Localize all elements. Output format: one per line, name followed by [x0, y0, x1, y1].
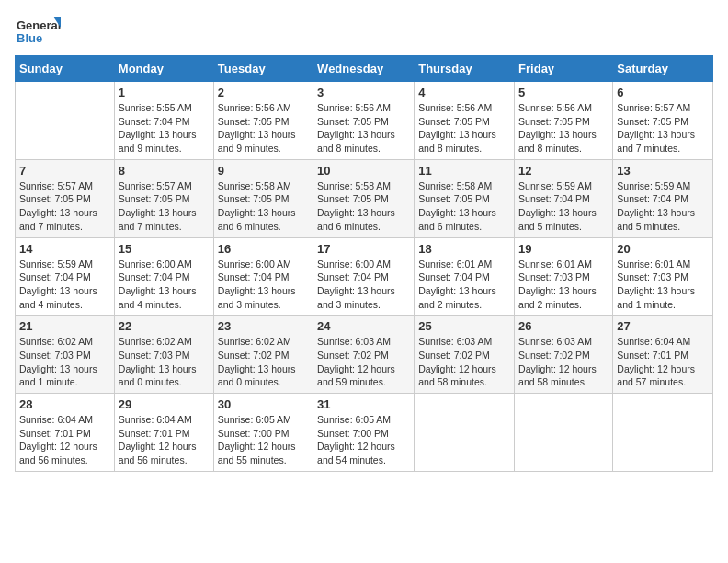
day-number: 4: [418, 86, 510, 99]
svg-text:General: General: [17, 18, 61, 32]
logo: General Blue: [15, 15, 61, 50]
calendar-cell: 17Sunrise: 6:00 AMSunset: 7:04 PMDayligh…: [313, 237, 415, 316]
day-number: 25: [418, 319, 510, 333]
day-number: 6: [617, 86, 709, 99]
calendar-cell: 20Sunrise: 6:01 AMSunset: 7:03 PMDayligh…: [613, 237, 713, 316]
day-number: 22: [119, 319, 210, 333]
calendar-cell: 21Sunrise: 6:02 AMSunset: 7:03 PMDayligh…: [16, 316, 115, 394]
day-number: 12: [518, 164, 609, 178]
header-day-monday: Monday: [114, 56, 213, 82]
header-day-wednesday: Wednesday: [313, 56, 415, 82]
day-number: 2: [218, 86, 309, 99]
day-info: Sunrise: 5:59 AMSunset: 7:04 PMDaylight:…: [19, 258, 110, 312]
header-day-tuesday: Tuesday: [213, 56, 313, 82]
day-number: 24: [317, 319, 410, 333]
calendar-cell: [415, 394, 515, 472]
day-info: Sunrise: 6:03 AMSunset: 7:02 PMDaylight:…: [418, 335, 510, 389]
day-info: Sunrise: 5:56 AMSunset: 7:05 PMDaylight:…: [218, 101, 309, 155]
calendar-cell: 22Sunrise: 6:02 AMSunset: 7:03 PMDayligh…: [114, 316, 213, 394]
day-info: Sunrise: 6:02 AMSunset: 7:03 PMDaylight:…: [19, 335, 110, 389]
day-number: 3: [317, 86, 410, 99]
day-number: 13: [617, 164, 709, 178]
calendar-cell: [16, 82, 115, 160]
calendar-cell: 2Sunrise: 5:56 AMSunset: 7:05 PMDaylight…: [213, 82, 313, 160]
calendar-table: SundayMondayTuesdayWednesdayThursdayFrid…: [15, 55, 713, 472]
day-number: 9: [218, 164, 309, 178]
calendar-cell: 5Sunrise: 5:56 AMSunset: 7:05 PMDaylight…: [515, 82, 613, 160]
day-number: 15: [119, 242, 210, 256]
day-info: Sunrise: 6:00 AMSunset: 7:04 PMDaylight:…: [317, 258, 410, 312]
calendar-cell: 30Sunrise: 6:05 AMSunset: 7:00 PMDayligh…: [213, 394, 313, 472]
day-info: Sunrise: 5:56 AMSunset: 7:05 PMDaylight:…: [317, 101, 410, 155]
day-info: Sunrise: 6:01 AMSunset: 7:04 PMDaylight:…: [418, 258, 510, 312]
day-number: 28: [19, 397, 110, 411]
day-info: Sunrise: 5:55 AMSunset: 7:04 PMDaylight:…: [119, 101, 210, 155]
day-info: Sunrise: 6:02 AMSunset: 7:03 PMDaylight:…: [119, 335, 210, 389]
day-info: Sunrise: 5:59 AMSunset: 7:04 PMDaylight:…: [518, 179, 609, 234]
calendar-cell: [515, 394, 613, 472]
day-number: 5: [518, 86, 609, 99]
header-day-saturday: Saturday: [613, 56, 713, 82]
day-info: Sunrise: 6:05 AMSunset: 7:00 PMDaylight:…: [317, 413, 410, 467]
header-day-thursday: Thursday: [415, 56, 515, 82]
calendar-cell: 28Sunrise: 6:04 AMSunset: 7:01 PMDayligh…: [16, 394, 115, 472]
calendar-cell: 31Sunrise: 6:05 AMSunset: 7:00 PMDayligh…: [313, 394, 415, 472]
day-number: 17: [317, 242, 410, 256]
calendar-cell: 11Sunrise: 5:58 AMSunset: 7:05 PMDayligh…: [415, 159, 515, 237]
day-info: Sunrise: 5:57 AMSunset: 7:05 PMDaylight:…: [617, 101, 709, 155]
day-info: Sunrise: 6:02 AMSunset: 7:02 PMDaylight:…: [218, 335, 309, 389]
calendar-cell: 15Sunrise: 6:00 AMSunset: 7:04 PMDayligh…: [114, 237, 213, 316]
calendar-week-4: 21Sunrise: 6:02 AMSunset: 7:03 PMDayligh…: [16, 316, 713, 394]
day-number: 31: [317, 397, 410, 411]
day-number: 19: [518, 242, 609, 256]
day-number: 11: [418, 164, 510, 178]
day-info: Sunrise: 6:01 AMSunset: 7:03 PMDaylight:…: [518, 258, 609, 312]
day-info: Sunrise: 5:58 AMSunset: 7:05 PMDaylight:…: [418, 179, 510, 234]
calendar-cell: 25Sunrise: 6:03 AMSunset: 7:02 PMDayligh…: [415, 316, 515, 394]
day-info: Sunrise: 6:00 AMSunset: 7:04 PMDaylight:…: [218, 258, 309, 312]
logo-svg: General Blue: [15, 15, 61, 50]
day-info: Sunrise: 6:04 AMSunset: 7:01 PMDaylight:…: [119, 413, 210, 467]
day-number: 30: [218, 397, 309, 411]
svg-text:Blue: Blue: [17, 31, 42, 45]
calendar-header: SundayMondayTuesdayWednesdayThursdayFrid…: [16, 56, 713, 82]
calendar-cell: [613, 394, 713, 472]
day-info: Sunrise: 6:04 AMSunset: 7:01 PMDaylight:…: [19, 413, 110, 467]
day-number: 26: [518, 319, 609, 333]
calendar-week-1: 1Sunrise: 5:55 AMSunset: 7:04 PMDaylight…: [16, 82, 713, 160]
day-info: Sunrise: 6:03 AMSunset: 7:02 PMDaylight:…: [317, 335, 410, 389]
day-info: Sunrise: 5:59 AMSunset: 7:04 PMDaylight:…: [617, 179, 709, 234]
day-number: 1: [119, 86, 210, 99]
calendar-cell: 3Sunrise: 5:56 AMSunset: 7:05 PMDaylight…: [313, 82, 415, 160]
day-number: 7: [19, 164, 110, 178]
day-number: 18: [418, 242, 510, 256]
calendar-week-3: 14Sunrise: 5:59 AMSunset: 7:04 PMDayligh…: [16, 237, 713, 316]
day-info: Sunrise: 5:57 AMSunset: 7:05 PMDaylight:…: [119, 179, 210, 234]
calendar-cell: 18Sunrise: 6:01 AMSunset: 7:04 PMDayligh…: [415, 237, 515, 316]
day-info: Sunrise: 6:00 AMSunset: 7:04 PMDaylight:…: [119, 258, 210, 312]
day-info: Sunrise: 6:01 AMSunset: 7:03 PMDaylight:…: [617, 258, 709, 312]
day-info: Sunrise: 5:57 AMSunset: 7:05 PMDaylight:…: [19, 179, 110, 234]
calendar-body: 1Sunrise: 5:55 AMSunset: 7:04 PMDaylight…: [16, 82, 713, 472]
calendar-cell: 27Sunrise: 6:04 AMSunset: 7:01 PMDayligh…: [613, 316, 713, 394]
day-number: 20: [617, 242, 709, 256]
day-number: 16: [218, 242, 309, 256]
day-info: Sunrise: 5:58 AMSunset: 7:05 PMDaylight:…: [317, 179, 410, 234]
calendar-cell: 13Sunrise: 5:59 AMSunset: 7:04 PMDayligh…: [613, 159, 713, 237]
calendar-cell: 9Sunrise: 5:58 AMSunset: 7:05 PMDaylight…: [213, 159, 313, 237]
day-number: 14: [19, 242, 110, 256]
day-info: Sunrise: 6:04 AMSunset: 7:01 PMDaylight:…: [617, 335, 709, 389]
day-number: 10: [317, 164, 410, 178]
day-info: Sunrise: 5:58 AMSunset: 7:05 PMDaylight:…: [218, 179, 309, 234]
calendar-cell: 7Sunrise: 5:57 AMSunset: 7:05 PMDaylight…: [16, 159, 115, 237]
header-day-sunday: Sunday: [16, 56, 115, 82]
calendar-week-5: 28Sunrise: 6:04 AMSunset: 7:01 PMDayligh…: [16, 394, 713, 472]
day-number: 27: [617, 319, 709, 333]
calendar-week-2: 7Sunrise: 5:57 AMSunset: 7:05 PMDaylight…: [16, 159, 713, 237]
calendar-cell: 24Sunrise: 6:03 AMSunset: 7:02 PMDayligh…: [313, 316, 415, 394]
day-number: 23: [218, 319, 309, 333]
calendar-cell: 19Sunrise: 6:01 AMSunset: 7:03 PMDayligh…: [515, 237, 613, 316]
calendar-cell: 26Sunrise: 6:03 AMSunset: 7:02 PMDayligh…: [515, 316, 613, 394]
calendar-cell: 29Sunrise: 6:04 AMSunset: 7:01 PMDayligh…: [114, 394, 213, 472]
header-day-friday: Friday: [515, 56, 613, 82]
